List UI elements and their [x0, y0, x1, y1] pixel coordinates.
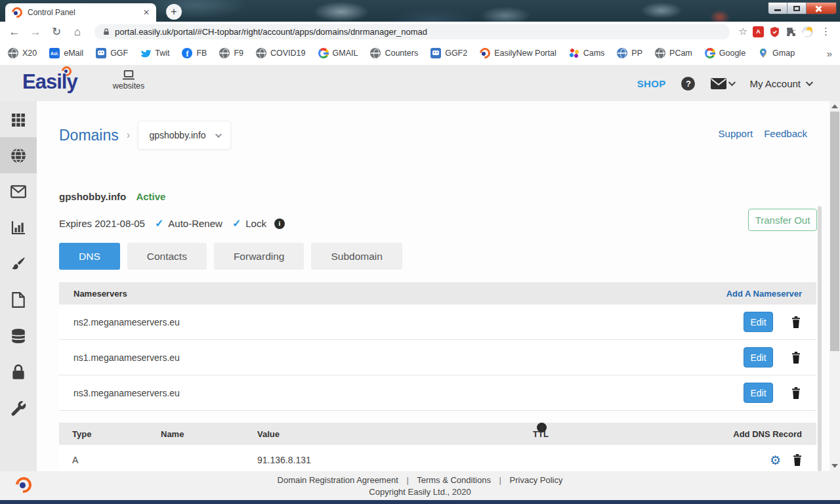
easily-favicon-icon	[12, 7, 22, 18]
browser-tab[interactable]: Control Panel ✕	[5, 3, 156, 22]
nameserver-row: ns2.meganameservers.eu Edit	[59, 304, 816, 340]
maximize-button[interactable]	[788, 3, 807, 14]
reload-icon[interactable]: ↻	[49, 26, 64, 37]
grid-icon	[10, 112, 26, 127]
globe-favicon-icon	[617, 48, 627, 58]
sidebar-item-apps[interactable]	[0, 101, 37, 137]
gear-icon[interactable]: ⚙	[770, 454, 781, 467]
browser-scrollbar[interactable]	[830, 101, 840, 471]
messages-menu[interactable]	[711, 78, 734, 89]
tab-dns[interactable]: DNS	[59, 243, 120, 270]
edit-button[interactable]: Edit	[744, 347, 773, 368]
scroll-up-icon[interactable]	[831, 104, 838, 108]
new-tab-button[interactable]: +	[166, 4, 182, 20]
lock-info-icon[interactable]: i	[274, 219, 285, 229]
trash-icon[interactable]	[790, 351, 802, 364]
bookmark-pp[interactable]: PP	[617, 48, 642, 58]
bookmark-f9[interactable]: F9	[219, 48, 243, 58]
browser-menu-icon[interactable]: ⋮	[818, 26, 833, 37]
bookmarks-overflow-icon[interactable]: »	[827, 48, 832, 59]
bookmark-ggf2[interactable]: GGF2	[430, 48, 467, 58]
help-icon[interactable]: ?	[681, 77, 695, 91]
tab-close-icon[interactable]: ✕	[143, 8, 150, 17]
easily-favicon-icon	[480, 48, 490, 58]
transfer-out-button[interactable]: Transfer Out	[748, 209, 817, 231]
tab-contacts[interactable]: Contacts	[127, 243, 207, 270]
document-icon	[11, 291, 26, 308]
tab-subdomain[interactable]: Subdomain	[311, 243, 402, 270]
sidebar-item-design[interactable]	[0, 245, 37, 282]
weather-extension-icon[interactable]	[802, 26, 813, 37]
domain-registration-agreement-link[interactable]: Domain Registration Agreement	[278, 475, 398, 485]
chevron-down-icon	[806, 79, 813, 86]
edit-button[interactable]: Edit	[744, 312, 773, 332]
nav-websites[interactable]: websites	[110, 70, 147, 91]
shop-link[interactable]: SHOP	[637, 78, 666, 89]
bookmark-gmail[interactable]: GMAIL	[318, 48, 358, 58]
lock-check-icon[interactable]: ✓	[232, 217, 241, 230]
privacy-policy-link[interactable]: Privacy Policy	[510, 475, 563, 485]
bookmark-star-icon[interactable]: ☆	[739, 26, 747, 37]
trash-icon[interactable]	[790, 387, 802, 400]
add-nameserver-link[interactable]: Add A Nameserver	[726, 289, 802, 299]
ttl-info-icon[interactable]: i	[537, 423, 547, 432]
address-bar[interactable]: portal.easily.uk/portal/#CH-topbar/right…	[94, 24, 730, 39]
sidebar-item-pages[interactable]	[0, 282, 37, 318]
trash-icon[interactable]	[790, 316, 802, 329]
sidebar-item-tools[interactable]	[0, 390, 37, 426]
add-dns-record-link[interactable]: Add DNS Record	[733, 423, 802, 445]
back-icon[interactable]: ←	[7, 26, 22, 37]
bookmark-email[interactable]: Aol.eMail	[49, 48, 83, 58]
minimize-button[interactable]	[768, 3, 788, 14]
my-account-menu[interactable]: My Account	[749, 78, 811, 89]
edit-button[interactable]: Edit	[744, 383, 773, 403]
auto-renew-check-icon[interactable]: ✓	[155, 217, 163, 230]
bookmark-ggf[interactable]: GGF	[96, 48, 128, 58]
scrollbar-thumb[interactable]	[830, 112, 839, 351]
bookmark-gmap[interactable]: Gmap	[758, 48, 795, 58]
bookmark-x20[interactable]: X20	[8, 48, 37, 58]
bookmarks-bar: X20 Aol.eMail GGF Twit fFB F9 COVID19 GM…	[0, 41, 840, 66]
tab-title: Control Panel	[28, 8, 138, 17]
adobe-extension-icon[interactable]: A	[753, 26, 764, 37]
sidebar-item-statistics[interactable]	[0, 209, 37, 245]
bookmark-cams[interactable]: Cams	[569, 48, 605, 58]
shield-extension-icon[interactable]	[769, 26, 780, 37]
extensions-puzzle-icon[interactable]	[786, 26, 797, 37]
bookmark-easilynew-portal[interactable]: EasilyNew Portal	[480, 48, 556, 58]
content-scrollbar[interactable]	[818, 206, 822, 471]
trash-icon[interactable]	[791, 453, 803, 467]
bookmark-google[interactable]: Google	[705, 48, 746, 58]
bookmark-counters[interactable]: Counters	[370, 48, 418, 58]
sidebar-item-databases[interactable]	[0, 318, 37, 354]
twitter-favicon-icon	[140, 48, 151, 58]
close-button[interactable]	[807, 3, 836, 14]
breadcrumb-domains-link[interactable]: Domains	[59, 127, 119, 144]
tab-forwarding[interactable]: Forwarding	[214, 243, 304, 270]
forward-icon[interactable]: →	[28, 26, 43, 37]
paintbrush-icon	[10, 255, 27, 272]
chevron-down-icon	[728, 79, 736, 86]
bookmark-twit[interactable]: Twit	[140, 48, 169, 58]
forum-favicon-icon	[96, 48, 106, 58]
bookmark-pcam[interactable]: PCam	[655, 48, 692, 58]
home-icon[interactable]: ⌂	[70, 26, 85, 37]
wrench-icon	[10, 400, 27, 417]
globe-favicon-icon	[219, 48, 230, 58]
scroll-down-icon[interactable]	[831, 464, 838, 468]
sidebar-item-email[interactable]	[0, 173, 37, 209]
terms-conditions-link[interactable]: Terms & Conditions	[417, 475, 491, 485]
laptop-icon	[121, 70, 136, 81]
domain-selector-dropdown[interactable]: gpshobby.info	[138, 121, 230, 150]
sidebar-item-security[interactable]	[0, 354, 37, 390]
feedback-link[interactable]: Feedback	[764, 128, 807, 139]
domain-meta-line: Expires 2021-08-05 ✓ Auto-Renew ✓ Lock i	[59, 217, 285, 230]
bookmark-covid19[interactable]: COVID19	[256, 48, 306, 58]
support-link[interactable]: Support	[719, 128, 753, 139]
globe-favicon-icon	[256, 48, 266, 58]
chevron-down-icon	[215, 131, 222, 138]
maps-pin-favicon-icon	[758, 48, 768, 58]
bookmark-fb[interactable]: fFB	[182, 48, 207, 58]
sidebar-item-domains[interactable]	[0, 137, 37, 173]
easily-logo[interactable]: Easily	[22, 70, 77, 94]
